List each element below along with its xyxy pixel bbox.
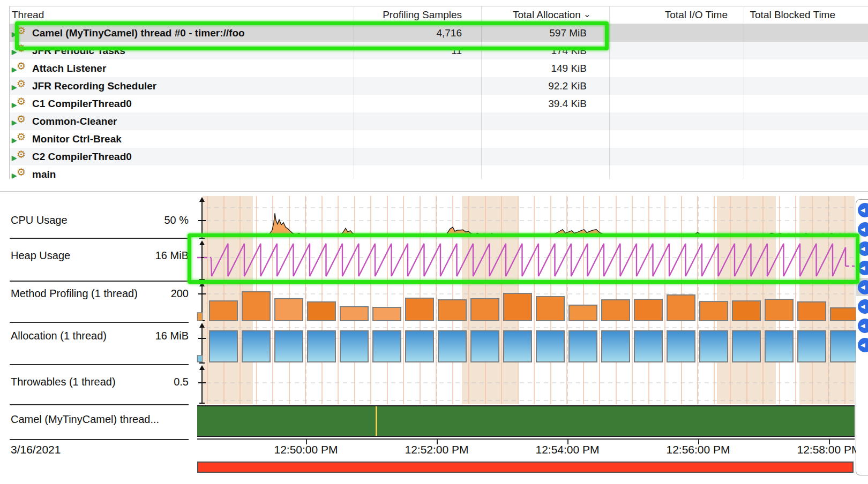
cpu-usage-area <box>197 213 855 236</box>
allocation-bar <box>308 331 335 362</box>
method-profiling-bar <box>602 300 630 321</box>
method-profiling-bar <box>471 299 499 321</box>
method-profiling-bar <box>569 305 597 321</box>
allocation-bar <box>209 331 237 362</box>
method-profiling-bar <box>373 307 401 321</box>
allocation-bar <box>830 331 858 362</box>
collapse-left-icon: ◀ <box>860 303 865 310</box>
timeline-scrollbar-thumb[interactable] <box>198 463 852 472</box>
jmc-threads-view: ThreadProfiling SamplesTotal Allocation⌄… <box>0 0 868 484</box>
method-profiling-bar <box>536 297 564 321</box>
time-axis-label: 12:54:00 PM <box>514 443 621 456</box>
timeline-scrollbar[interactable] <box>197 462 854 473</box>
method-profiling-bar <box>438 300 466 321</box>
allocation-bar <box>798 331 826 362</box>
method-profiling-bar <box>667 295 695 321</box>
method-profiling-bar <box>209 301 237 321</box>
allocation-bar <box>536 331 564 362</box>
allocation-bar <box>438 331 466 362</box>
allocation-bar <box>602 331 630 362</box>
method-profiling-bar <box>798 302 826 321</box>
allocation-bar <box>471 331 499 362</box>
allocation-bar <box>340 331 368 362</box>
allocation-bar <box>634 331 662 362</box>
method-profiling-bar <box>830 308 858 321</box>
method-profiling-bar <box>732 301 760 321</box>
allocation-bar <box>373 331 401 362</box>
method-profiling-bar <box>504 293 532 321</box>
method-profiling-bar <box>275 299 303 321</box>
allocation-bar <box>700 331 728 362</box>
method-profiling-bar <box>340 307 368 321</box>
collapse-left-icon: ◀ <box>860 245 865 252</box>
lane-config-panel <box>856 199 868 475</box>
lane-y-axis <box>198 365 206 403</box>
time-axis-label: 12:58:00 PM <box>775 443 868 456</box>
time-axis <box>197 438 855 440</box>
collapse-left-icon: ◀ <box>860 342 865 349</box>
event-marker-line <box>376 406 377 436</box>
collapse-left-icon: ◀ <box>860 207 865 214</box>
thread-activity-lane[interactable] <box>197 405 855 437</box>
lane-y-axis <box>198 197 206 238</box>
allocation-bar <box>765 331 793 362</box>
method-profiling-bar <box>700 301 728 321</box>
allocation-bar <box>732 331 760 362</box>
allocation-stub-bar <box>198 356 203 362</box>
allocation-bar <box>406 331 433 362</box>
collapse-left-icon: ◀ <box>860 284 865 291</box>
time-axis-label: 12:52:00 PM <box>383 443 490 456</box>
allocation-bar <box>275 331 303 362</box>
method-profiling-stub-bar <box>198 313 203 321</box>
lane-y-axis <box>198 240 206 279</box>
allocation-bar <box>569 331 597 362</box>
cpu-usage-line <box>197 213 855 236</box>
allocation-bar <box>242 331 270 362</box>
allocation-bar <box>504 331 532 362</box>
time-axis-label: 12:50:00 PM <box>252 443 360 456</box>
collapse-left-icon: ◀ <box>860 322 865 329</box>
method-profiling-bar <box>406 298 433 321</box>
allocation-bar <box>667 331 695 362</box>
method-profiling-bar <box>765 299 793 321</box>
method-profiling-bar <box>242 292 270 321</box>
collapse-left-icon: ◀ <box>860 226 865 233</box>
time-axis-label: 12:56:00 PM <box>645 443 752 456</box>
method-profiling-bar <box>634 299 662 321</box>
method-profiling-bar <box>308 302 335 321</box>
collapse-left-icon: ◀ <box>860 264 865 271</box>
